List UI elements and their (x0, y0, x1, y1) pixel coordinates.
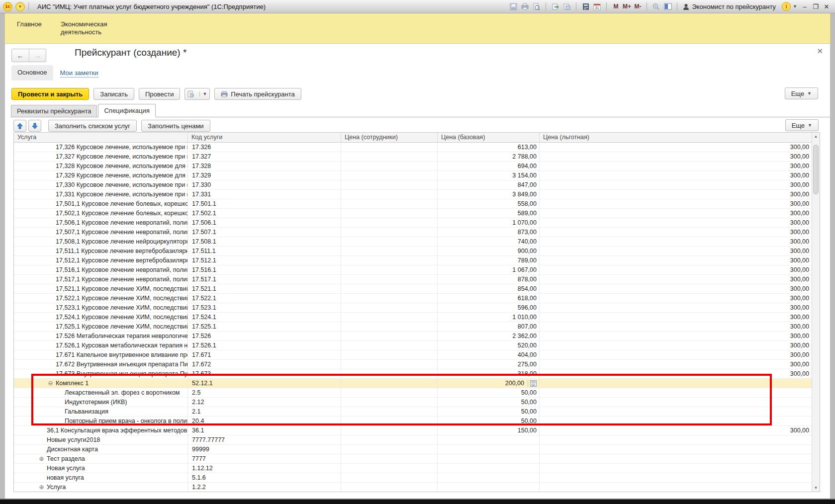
cell-price-employee[interactable] (341, 247, 438, 255)
cell-service[interactable]: 17,331 Курсовое лечение, используемое пр… (14, 190, 188, 199)
cell-price-employee[interactable] (341, 473, 438, 482)
table-row[interactable]: 17,326 Курсовое лечение, используемое пр… (14, 143, 812, 152)
cell-price-base[interactable] (438, 473, 540, 482)
cell-price-base[interactable]: 150,00 (438, 426, 540, 435)
cell-price-base[interactable] (438, 445, 540, 454)
table-row[interactable]: Новые услуги20187777.77777 (14, 435, 812, 445)
cell-code[interactable]: 20.4 (188, 417, 341, 425)
cell-price-base[interactable]: 589,00 (438, 209, 540, 218)
cell-code[interactable]: 36.1 (188, 426, 341, 435)
table-row[interactable]: новая услуга5.1.6 (14, 473, 812, 483)
cell-price-discount[interactable]: 300,00 (540, 180, 812, 189)
table-row[interactable]: Лекарственный эл. форез с воротником2.55… (14, 388, 812, 398)
cell-price-discount[interactable] (540, 417, 812, 425)
table-row[interactable]: Новая услуга1.12.12 (14, 464, 812, 473)
cell-code[interactable]: 17.327 (188, 152, 341, 161)
table-row[interactable]: 17,331 Курсовое лечение, используемое пр… (14, 190, 812, 199)
cell-code[interactable]: 17.331 (188, 190, 341, 199)
table-row[interactable]: 17,501,1 Курсовое лечение болевых, кореш… (14, 199, 812, 209)
cell-price-employee[interactable] (341, 322, 438, 331)
save-icon[interactable] (509, 2, 518, 11)
cell-service[interactable]: 17,525,1 Курсовое лечение ХИМ, последств… (14, 322, 188, 331)
cell-code[interactable]: 1.2.2 (188, 483, 341, 492)
cell-service[interactable]: 17,326 Курсовое лечение, используемое пр… (14, 143, 188, 152)
zoom-icon[interactable] (651, 2, 661, 11)
col-code[interactable]: Код услуги (188, 133, 341, 142)
cell-price-employee[interactable] (341, 303, 438, 312)
current-user[interactable]: Экономист по прейскуранту (683, 3, 776, 10)
cell-price-discount[interactable] (540, 379, 812, 388)
cell-code[interactable]: 17.525.1 (188, 322, 341, 331)
cell-price-base[interactable]: 50,00 (438, 388, 540, 397)
cell-service[interactable]: Новая услуга (14, 464, 188, 473)
cell-price-discount[interactable] (540, 435, 812, 444)
cell-price-discount[interactable]: 300,00 (540, 322, 812, 331)
cell-price-employee[interactable] (341, 171, 438, 180)
cell-price-base[interactable]: 854,00 (438, 284, 540, 293)
cell-price-employee[interactable] (341, 313, 438, 322)
cell-code[interactable]: 7777 (188, 454, 341, 463)
cell-service[interactable]: 17,511,1 Курсовое лечение вертебробазиля… (14, 247, 188, 255)
cell-price-base[interactable]: 3 849,00 (438, 190, 540, 199)
cell-code[interactable]: 17.524.1 (188, 313, 341, 322)
cell-price-base[interactable]: 3 154,00 (438, 171, 540, 180)
cell-price-discount[interactable]: 300,00 (540, 350, 812, 359)
table-row[interactable]: 17,512,1 Курсовое лечение вертебробазиля… (14, 256, 812, 265)
cell-price-base[interactable]: 404,00 (438, 350, 540, 359)
cell-price-employee[interactable] (341, 379, 438, 388)
cell-price-base[interactable]: 1 070,00 (438, 218, 540, 227)
table-row[interactable]: 17.673 Внутривенная инъекция препарата П… (14, 369, 812, 379)
tab-my-notes[interactable]: Мои заметки (60, 69, 98, 77)
restore-button[interactable]: ❐ (810, 3, 821, 10)
cell-code[interactable]: 17.526.1 (188, 341, 341, 350)
cell-price-discount[interactable]: 300,00 (540, 171, 812, 180)
cell-service[interactable]: 17,328 Курсовое лечение, используемое дл… (14, 162, 188, 170)
cell-price-employee[interactable] (341, 294, 438, 303)
cell-service[interactable]: Гальванизация (14, 407, 188, 416)
col-price-discount[interactable]: Цена (льготная) (540, 133, 812, 142)
table-row[interactable]: 17,502,1 Курсовое лечение болевых, кореш… (14, 209, 812, 218)
post-button[interactable]: Провести (139, 88, 181, 100)
cell-price-base[interactable]: 613,00 (438, 143, 540, 152)
cell-price-discount[interactable]: 300,00 (540, 313, 812, 322)
create-based-on-button[interactable]: ▼ (185, 88, 210, 100)
cell-code[interactable]: 17.517.1 (188, 275, 341, 284)
cell-price-employee[interactable] (341, 209, 438, 218)
cell-price-base[interactable]: 900,00 (438, 247, 540, 255)
cell-code[interactable]: 17.516.1 (188, 265, 341, 274)
write-button[interactable]: Записать (93, 88, 134, 100)
table-row[interactable]: Повторный прием врача - онколога в полик… (14, 417, 812, 426)
cell-service[interactable]: 17,516,1 Курсовое лечение невропатий, по… (14, 265, 188, 274)
cell-price-employee[interactable] (341, 417, 438, 425)
cell-service[interactable]: 17.673 Внутривенная инъекция препарата П… (14, 369, 188, 378)
table-row[interactable]: ⊕Услуга1.2.2 (14, 483, 812, 492)
calendar-icon[interactable]: 31 (592, 2, 602, 11)
cell-price-employee[interactable] (341, 369, 438, 378)
cell-price-discount[interactable]: 300,00 (540, 284, 812, 293)
cell-code[interactable]: 17.522.1 (188, 294, 341, 303)
cell-price-base[interactable]: 1 010,00 (438, 313, 540, 322)
memory-m-minus-button[interactable]: M- (632, 3, 643, 10)
table-row[interactable]: ⊖Комплекс 152.12.1200,00 (14, 379, 812, 388)
cell-price-base[interactable]: 275,00 (438, 360, 540, 369)
forward-button[interactable]: → (29, 49, 46, 62)
chevron-down-icon[interactable]: ▼ (793, 4, 797, 9)
close-window-button[interactable]: ✕ (821, 3, 832, 10)
cell-price-employee[interactable] (341, 398, 438, 407)
cell-price-base[interactable] (438, 483, 540, 492)
cell-price-discount[interactable]: 300,00 (540, 152, 812, 161)
cell-price-employee[interactable] (341, 199, 438, 208)
cell-price-base[interactable]: 50,00 (438, 398, 540, 407)
cell-price-base[interactable]: 807,00 (438, 322, 540, 331)
cell-price-base[interactable]: 318,00 (438, 369, 540, 378)
cell-price-discount[interactable] (540, 398, 812, 407)
cell-price-base[interactable] (438, 435, 540, 444)
table-row[interactable]: 17,330 Курсовое лечение, используемое пр… (14, 180, 812, 190)
table-row[interactable]: 17.672 Внутривенная инъекция препарата П… (14, 360, 812, 369)
main-menu-button[interactable]: ▼ (15, 2, 25, 11)
cell-code[interactable]: 17.523.1 (188, 303, 341, 312)
cell-service[interactable]: 17,330 Курсовое лечение, используемое пр… (14, 180, 188, 189)
cell-service[interactable]: 36,1 Консультация врача эфферентных мето… (14, 426, 188, 435)
cell-price-base[interactable]: 789,00 (438, 256, 540, 265)
cell-code[interactable]: 2.1 (188, 407, 341, 416)
